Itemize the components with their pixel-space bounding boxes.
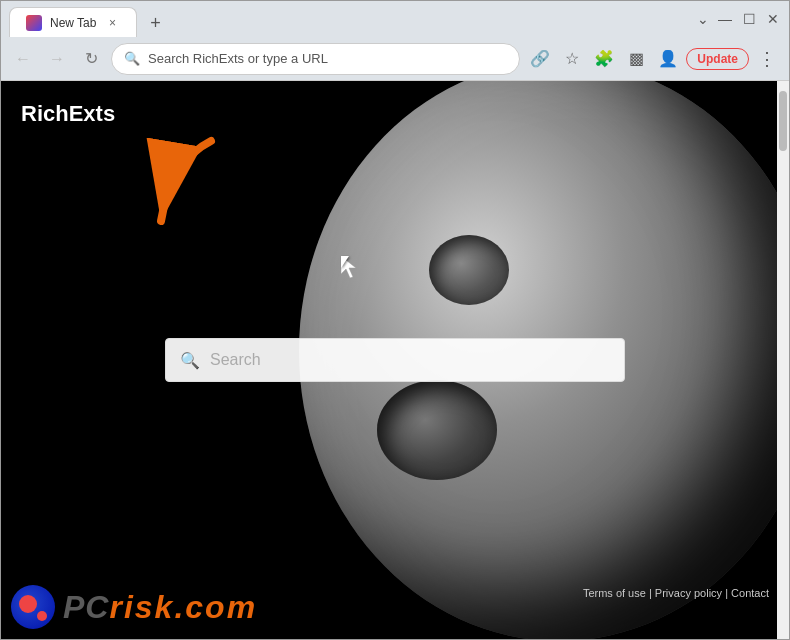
maximize-button[interactable]: ☐ [741, 11, 757, 27]
search-container: 🔍 [165, 338, 625, 382]
tab-area: New Tab × + [9, 1, 697, 37]
tab-favicon [26, 15, 42, 31]
address-bar[interactable]: 🔍 Search RichExts or type a URL [111, 43, 520, 75]
profile-button[interactable]: 👤 [654, 45, 682, 73]
browser-toolbar: ← → ↻ 🔍 Search RichExts or type a URL 🔗 … [1, 37, 789, 81]
browser-menu-button[interactable]: ⋮ [753, 45, 781, 73]
forward-button[interactable]: → [43, 45, 71, 73]
address-text: Search RichExts or type a URL [148, 51, 328, 66]
bookmark-button[interactable]: ☆ [558, 45, 586, 73]
terms-of-use-link[interactable]: Terms of use [583, 587, 646, 599]
window-controls: ⌄ — ☐ ✕ [697, 11, 781, 27]
close-button[interactable]: ✕ [765, 11, 781, 27]
extensions-button[interactable]: 🧩 [590, 45, 618, 73]
update-button[interactable]: Update [686, 48, 749, 70]
footer-links: Terms of use | Privacy policy | Contact [583, 587, 769, 599]
address-search-icon: 🔍 [124, 51, 140, 66]
share-button[interactable]: 🔗 [526, 45, 554, 73]
reload-button[interactable]: ↻ [77, 45, 105, 73]
site-title: RichExts [21, 101, 115, 127]
page-content: RichExts 🔍 [1, 81, 789, 639]
browser-window: New Tab × + ⌄ — ☐ ✕ ← → ↻ 🔍 Search RichE… [0, 0, 790, 640]
tab-close-button[interactable]: × [104, 15, 120, 31]
pcrisk-colored-text: risk.com [109, 589, 257, 625]
active-tab[interactable]: New Tab × [9, 7, 137, 37]
titlebar: New Tab × + ⌄ — ☐ ✕ [1, 1, 789, 37]
scrollbar-thumb[interactable] [779, 91, 787, 151]
back-button[interactable]: ← [9, 45, 37, 73]
minimize-button[interactable]: — [717, 11, 733, 27]
search-icon: 🔍 [180, 351, 200, 370]
scrollbar[interactable] [777, 81, 789, 639]
search-box: 🔍 [165, 338, 625, 382]
contact-link[interactable]: Contact [731, 587, 769, 599]
tab-title: New Tab [50, 16, 96, 30]
chevron-down-icon[interactable]: ⌄ [697, 11, 709, 27]
pcrisk-logo: PCrisk.com [11, 585, 257, 629]
split-screen-button[interactable]: ▩ [622, 45, 650, 73]
toolbar-actions: 🔗 ☆ 🧩 ▩ 👤 Update ⋮ [526, 45, 781, 73]
new-tab-button[interactable]: + [141, 9, 169, 37]
search-input[interactable] [210, 351, 610, 369]
pcrisk-icon [11, 585, 55, 629]
privacy-policy-link[interactable]: Privacy policy [655, 587, 722, 599]
pcrisk-text: PCrisk.com [63, 589, 257, 626]
